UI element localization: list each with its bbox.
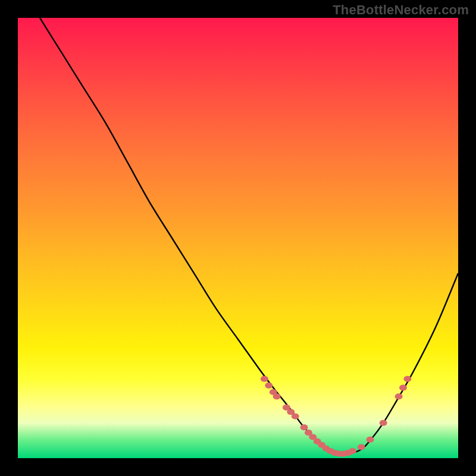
highlight-dot <box>395 393 403 399</box>
bottleneck-curve <box>40 18 458 455</box>
highlight-dot <box>380 420 387 426</box>
highlight-dot <box>273 393 281 399</box>
highlight-dot <box>367 437 374 443</box>
highlight-dot <box>358 444 365 450</box>
highlight-dots <box>261 376 412 457</box>
attribution-text: TheBottleNecker.com <box>333 2 469 18</box>
chart-frame: TheBottleNecker.com <box>0 0 476 476</box>
highlight-dot <box>292 414 299 419</box>
highlight-dot <box>300 424 308 430</box>
highlight-dot <box>349 448 356 454</box>
highlight-dot <box>261 376 268 382</box>
highlight-dot <box>403 376 411 382</box>
highlight-dot <box>265 383 273 389</box>
highlight-dot <box>399 385 407 391</box>
chart-overlay <box>18 18 458 458</box>
